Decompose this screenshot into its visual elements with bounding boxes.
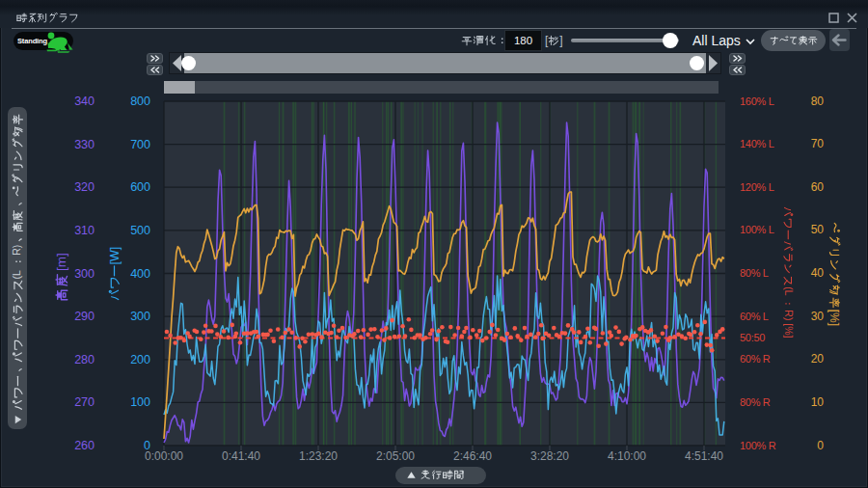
svg-text:R): R) (11, 245, 22, 256)
svg-text:R) [%]: R) [%] (783, 310, 795, 338)
svg-text:]: ] (559, 34, 562, 47)
svg-text:(L: (L (783, 286, 795, 295)
svg-text:[m]: [m] (54, 253, 68, 271)
svg-text:[W]: [W] (108, 247, 122, 265)
svg-text:[: [ (545, 34, 549, 47)
svg-text:(L: (L (11, 270, 22, 279)
svg-text:[%]: [%] (827, 310, 841, 326)
